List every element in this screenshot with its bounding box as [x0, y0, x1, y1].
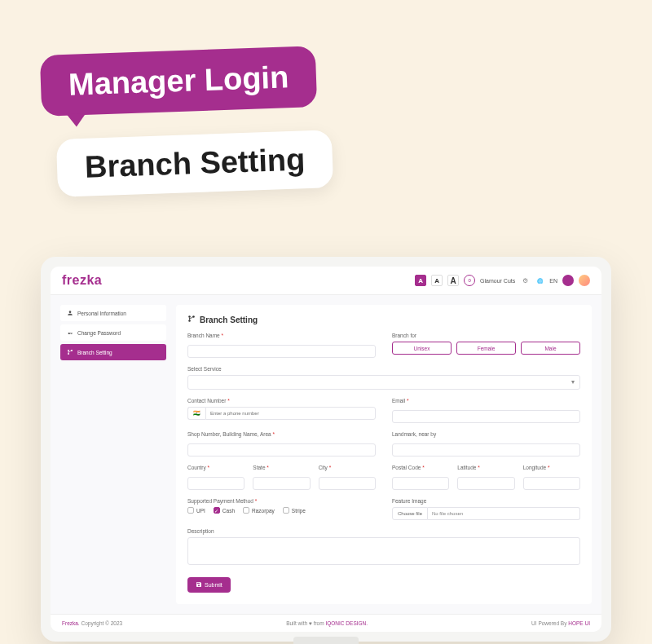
- landmark-input[interactable]: [392, 443, 580, 457]
- svg-point-0: [68, 350, 69, 351]
- branch-name-input[interactable]: [187, 345, 376, 358]
- sidebar: Personal Information Change Password Bra…: [60, 305, 166, 604]
- payment-razorpay[interactable]: Razorpay: [243, 507, 275, 514]
- branch-icon: [187, 315, 196, 324]
- contact-number-label: Contact Number *: [187, 398, 376, 404]
- country-flag-selector[interactable]: 🇮🇳: [187, 407, 205, 420]
- postal-label: Postal Code *: [392, 465, 449, 470]
- choose-file-button[interactable]: Choose file: [392, 507, 428, 520]
- footer-brand[interactable]: Frezka.: [62, 620, 80, 626]
- payment-upi[interactable]: UPI: [187, 507, 205, 514]
- main-panel: Branch Setting Branch Name * Branch for …: [176, 305, 592, 604]
- branch-for-male[interactable]: Male: [521, 342, 580, 355]
- submit-button[interactable]: Submit: [187, 577, 231, 593]
- state-input[interactable]: [253, 477, 310, 490]
- sidebar-item-label: Personal Information: [77, 311, 126, 316]
- body: Personal Information Change Password Bra…: [51, 295, 601, 614]
- footer-built-with: Built with ♥ from: [286, 620, 325, 626]
- branch-for-female[interactable]: Female: [456, 342, 516, 355]
- longitude-label: Longitude *: [523, 465, 580, 470]
- footer: Frezka. Copyright © 2023 Built with ♥ fr…: [51, 614, 601, 632]
- landmark-label: Landmark, near by: [392, 431, 580, 437]
- hero-title-1: Manager Login: [40, 46, 318, 117]
- branch-name-label: Branch Name *: [187, 333, 376, 338]
- footer-copyright: Copyright © 2023: [80, 620, 123, 626]
- city-label: City *: [319, 465, 376, 470]
- payment-stripe[interactable]: Stripe: [283, 507, 306, 514]
- description-label: Description: [187, 528, 580, 534]
- email-input[interactable]: [392, 410, 580, 423]
- lang-icon[interactable]: 🌐: [535, 276, 544, 285]
- svg-point-4: [188, 320, 191, 322]
- footer-hopeui-link[interactable]: HOPE UI: [568, 620, 590, 626]
- topbar-right: A A A 0 Glamour Cuts ⚙ 🌐 EN: [415, 275, 590, 286]
- phone-input[interactable]: [205, 407, 376, 420]
- avatar-user[interactable]: [579, 275, 590, 286]
- font-size-medium[interactable]: A: [431, 275, 443, 286]
- sidebar-item-personal-info[interactable]: Personal Information: [60, 305, 166, 321]
- hero-title-2: Branch Setting: [56, 130, 334, 197]
- select-service-dropdown[interactable]: [187, 375, 580, 390]
- svg-point-3: [188, 315, 191, 318]
- notification-badge[interactable]: 0: [464, 275, 475, 286]
- payment-method-label: Supported Payment Method *: [187, 498, 376, 504]
- gear-icon[interactable]: ⚙: [520, 276, 530, 285]
- latitude-input[interactable]: [457, 477, 514, 490]
- branch-for-unisex[interactable]: Unisex: [392, 342, 452, 355]
- branch-for-group: Unisex Female Male: [392, 342, 580, 355]
- footer-powered-by: UI Powered By: [531, 620, 568, 626]
- topbar: frezka A A A 0 Glamour Cuts ⚙ 🌐 EN: [51, 267, 601, 295]
- save-icon: [196, 581, 202, 589]
- font-size-small[interactable]: A: [415, 275, 426, 286]
- longitude-input[interactable]: [523, 477, 580, 490]
- page-title: Branch Setting: [187, 315, 580, 324]
- file-name-text: No file chosen: [428, 507, 580, 520]
- latitude-label: Latitude *: [457, 465, 514, 470]
- avatar-org[interactable]: [562, 275, 574, 286]
- state-label: State *: [253, 465, 310, 470]
- lang-label: EN: [549, 278, 557, 284]
- footer-iqonic-link[interactable]: IQONIC DESIGN.: [325, 620, 368, 626]
- description-textarea[interactable]: [187, 537, 580, 565]
- sidebar-item-change-password[interactable]: Change Password: [60, 324, 166, 341]
- sidebar-item-label: Branch Setting: [77, 350, 112, 355]
- country-label: Country *: [187, 465, 244, 470]
- font-size-large[interactable]: A: [447, 275, 459, 286]
- shop-address-label: Shop Number, Building Name, Area *: [187, 431, 376, 437]
- branch-icon: [67, 349, 73, 355]
- key-icon: [67, 329, 73, 336]
- shop-address-input[interactable]: [187, 443, 376, 457]
- payment-cash[interactable]: ✓Cash: [214, 507, 235, 514]
- branch-for-label: Branch for: [392, 333, 580, 338]
- email-label: Email *: [392, 398, 580, 404]
- logo[interactable]: frezka: [62, 273, 102, 288]
- city-input[interactable]: [319, 477, 376, 490]
- monitor-frame: frezka A A A 0 Glamour Cuts ⚙ 🌐 EN Perso…: [41, 257, 611, 642]
- country-input[interactable]: [187, 477, 244, 490]
- app-screen: frezka A A A 0 Glamour Cuts ⚙ 🌐 EN Perso…: [51, 267, 601, 632]
- sidebar-item-branch-setting[interactable]: Branch Setting: [60, 344, 166, 360]
- select-service-label: Select Service: [187, 366, 580, 372]
- feature-image-label: Feature Image: [392, 498, 580, 504]
- sidebar-item-label: Change Password: [77, 330, 121, 336]
- user-icon: [67, 310, 73, 316]
- svg-point-1: [68, 353, 69, 355]
- user-name: Glamour Cuts: [480, 278, 515, 284]
- postal-input[interactable]: [392, 477, 449, 490]
